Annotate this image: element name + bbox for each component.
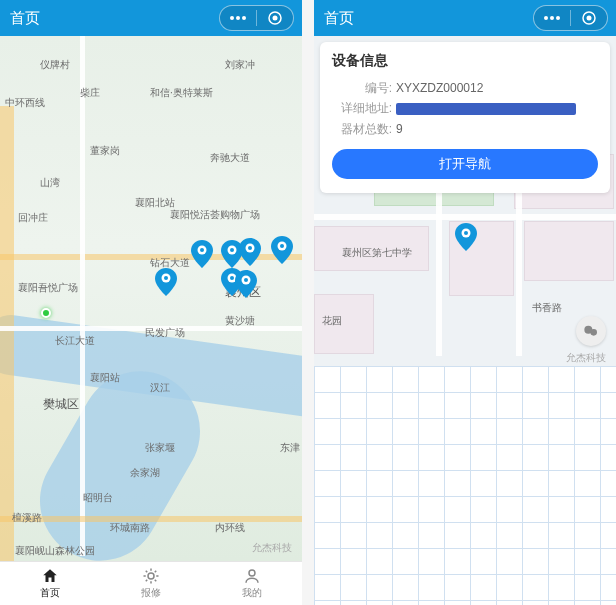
device-address-label: 详细地址:: [332, 98, 392, 118]
svg-point-25: [587, 16, 592, 21]
map-place-label: 襄阳北站: [135, 196, 175, 210]
svg-point-16: [280, 244, 284, 248]
svg-point-22: [550, 16, 554, 20]
road: [314, 214, 616, 220]
map-place-label: 董家岗: [90, 144, 120, 158]
tab-repair[interactable]: 报修: [101, 562, 202, 605]
svg-point-14: [248, 246, 252, 250]
device-info-card: 设备信息 编号: XYXZDZ000012 详细地址: 器材总数: 9 打开导航: [320, 42, 610, 193]
repair-icon: [142, 567, 160, 585]
device-count-label: 器材总数:: [332, 119, 392, 139]
nav-button-label: 打开导航: [439, 155, 491, 173]
grid-area: [314, 366, 616, 605]
miniapp-capsule: [219, 5, 294, 31]
svg-point-6: [164, 276, 168, 280]
ellipsis-icon: [229, 15, 247, 21]
watermark-text: 允杰科技: [566, 351, 606, 365]
tab-bar: 首页 报修 我的: [0, 561, 302, 605]
right-header-title: 首页: [324, 9, 354, 28]
svg-point-19: [148, 573, 154, 579]
capsule-menu-button[interactable]: [534, 6, 570, 30]
open-navigation-button[interactable]: 打开导航: [332, 149, 598, 179]
capsule-close-button[interactable]: [571, 6, 607, 30]
map-marker[interactable]: [235, 270, 257, 298]
road: [80, 36, 85, 556]
map-place-label: 襄阳悦活荟购物广场: [170, 208, 260, 222]
map-place-label: 内环线: [215, 521, 245, 535]
road: [0, 106, 14, 561]
map-place-label: 山湾: [40, 176, 60, 190]
svg-point-10: [230, 248, 234, 252]
target-icon: [267, 10, 283, 26]
svg-point-2: [242, 16, 246, 20]
map-marker[interactable]: [271, 236, 293, 264]
map-place-label: 襄阳吾悦广场: [18, 281, 78, 295]
capsule-menu-button[interactable]: [220, 6, 256, 30]
map-place-label: 刘家冲: [225, 58, 255, 72]
svg-point-8: [200, 248, 204, 252]
tab-label: 我的: [242, 586, 262, 600]
watermark-text: 允杰科技: [252, 541, 292, 555]
left-map[interactable]: 仪牌村刘家冲柴庄和信·奥特莱斯董家岗山湾回冲庄襄阳北站襄阳悦活荟购物广场钻石大道…: [0, 36, 302, 561]
svg-point-0: [230, 16, 234, 20]
miniapp-capsule: [533, 5, 608, 31]
left-phone-screen: 首页 仪牌村刘家冲柴庄和信·奥特莱斯董家岗山湾回冲庄襄阳北站襄阳悦活荟购物广场钻…: [0, 0, 302, 605]
target-icon: [581, 10, 597, 26]
tab-profile[interactable]: 我的: [201, 562, 302, 605]
road: [0, 516, 302, 522]
device-address-value: [396, 98, 598, 118]
map-place-label: 樊城区: [43, 396, 79, 413]
capsule-close-button[interactable]: [257, 6, 293, 30]
map-marker[interactable]: [239, 238, 261, 266]
map-block: [524, 221, 614, 281]
svg-point-18: [244, 278, 248, 282]
tab-label: 首页: [40, 586, 60, 600]
svg-point-1: [236, 16, 240, 20]
svg-point-29: [464, 231, 468, 235]
redacted-address: [396, 103, 576, 115]
wechat-icon: [583, 323, 599, 339]
map-place-label: 东津: [280, 441, 300, 455]
map-float-button[interactable]: [576, 316, 606, 346]
device-id-value: XYXZDZ000012: [396, 78, 598, 98]
svg-point-21: [544, 16, 548, 20]
svg-point-4: [273, 16, 278, 21]
device-id-label: 编号:: [332, 78, 392, 98]
map-block: [314, 294, 374, 354]
device-address-row: 详细地址:: [332, 98, 598, 118]
right-phone-screen: 首页 允杰科技 民发世界城3学院派惠民小区襄州区第七中学书香路花园 设备信息: [314, 0, 616, 605]
map-place-label: 和信·奥特莱斯: [150, 86, 213, 100]
map-place-label: 奔驰大道: [210, 151, 250, 165]
device-count-value: 9: [396, 119, 598, 139]
left-header: 首页: [0, 0, 302, 36]
svg-point-23: [556, 16, 560, 20]
current-location-dot: [41, 308, 51, 318]
tab-home[interactable]: 首页: [0, 562, 101, 605]
road: [0, 326, 302, 331]
map-marker[interactable]: [191, 240, 213, 268]
map-marker[interactable]: [155, 268, 177, 296]
map-place-label: 回冲庄: [18, 211, 48, 225]
svg-point-12: [230, 276, 234, 280]
device-id-row: 编号: XYXZDZ000012: [332, 78, 598, 98]
map-marker[interactable]: [455, 223, 477, 251]
home-icon: [41, 567, 59, 585]
map-place-label: 仪牌村: [40, 58, 70, 72]
tab-label: 报修: [141, 586, 161, 600]
left-header-title: 首页: [10, 9, 40, 28]
svg-point-20: [249, 570, 255, 576]
right-header: 首页: [314, 0, 616, 36]
device-count-row: 器材总数: 9: [332, 119, 598, 139]
user-icon: [243, 567, 261, 585]
device-info-title: 设备信息: [332, 52, 598, 70]
svg-point-27: [590, 329, 597, 336]
ellipsis-icon: [543, 15, 561, 21]
map-block: [314, 226, 429, 271]
